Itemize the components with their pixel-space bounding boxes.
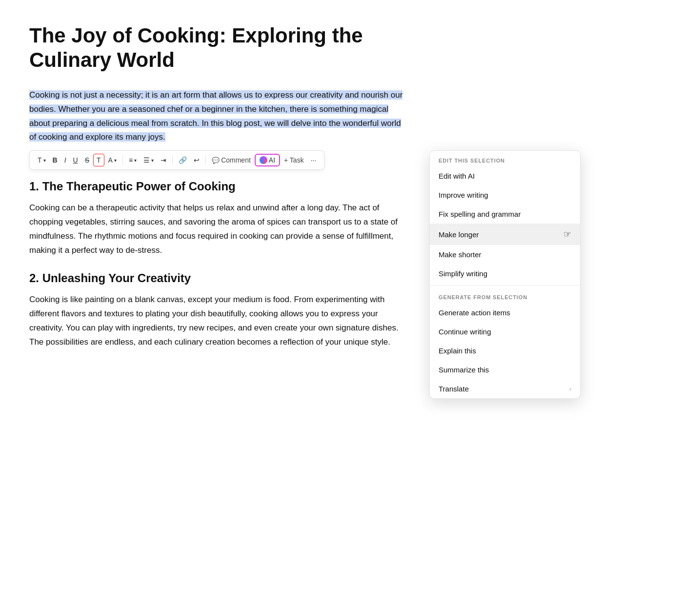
section-2-heading: 2. Unleashing Your Creativity xyxy=(29,271,410,285)
comment-button[interactable]: 💬 Comment xyxy=(209,154,254,166)
ai-dropdown-menu: EDIT THIS SELECTION Edit with AI Improve… xyxy=(429,150,581,399)
link-icon: 🔗 xyxy=(179,156,187,164)
section-1: 1. The Therapeutic Power of Cooking Cook… xyxy=(29,180,410,258)
summarize-this-item[interactable]: Summarize this xyxy=(430,360,580,379)
simplify-writing-item[interactable]: Simplify writing xyxy=(430,264,580,283)
ai-button[interactable]: AI xyxy=(255,154,280,166)
section-1-body: Cooking can be a therapeutic activity th… xyxy=(29,201,410,258)
make-shorter-item[interactable]: Make shorter xyxy=(430,245,580,264)
toolbar-wrapper: T ▾ B I U S T A ▾ ≡ xyxy=(29,150,410,170)
make-longer-item[interactable]: Make longer ☞ xyxy=(430,224,580,245)
edit-with-ai-item[interactable]: Edit with AI xyxy=(430,166,580,185)
selected-text: Cooking is not just a necessity; it is a… xyxy=(29,90,402,142)
ai-icon xyxy=(260,156,267,164)
toolbar-divider-2 xyxy=(172,155,173,165)
dropdown-chevron: ▾ xyxy=(134,158,137,163)
italic-button[interactable]: I xyxy=(61,154,69,166)
text-icon: T xyxy=(38,156,42,164)
toolbar-divider-3 xyxy=(205,155,206,165)
continue-writing-item[interactable]: Continue writing xyxy=(430,322,580,341)
more-options-button[interactable]: ··· xyxy=(308,154,320,166)
task-button[interactable]: + Task xyxy=(281,154,307,166)
generate-section-label: GENERATE FROM SELECTION xyxy=(430,287,580,303)
highlight-button[interactable]: T xyxy=(93,154,104,166)
font-color-button[interactable]: A ▾ xyxy=(105,154,120,166)
text-style-button[interactable]: T ▾ xyxy=(35,154,49,166)
section-2: 2. Unleashing Your Creativity Cooking is… xyxy=(29,271,410,349)
cursor-icon: ☞ xyxy=(563,229,571,240)
undo-button[interactable]: ↩ xyxy=(191,154,202,166)
list-button[interactable]: ☰ ▾ xyxy=(141,154,157,166)
underline-button[interactable]: U xyxy=(70,154,81,166)
edit-section-label: EDIT THIS SELECTION xyxy=(430,151,580,166)
align-button[interactable]: ≡ ▾ xyxy=(126,154,140,166)
intro-paragraph: Cooking is not just a necessity; it is a… xyxy=(29,88,410,145)
link-button[interactable]: 🔗 xyxy=(176,154,190,166)
dropdown-chevron: ▾ xyxy=(114,158,117,163)
translate-chevron: › xyxy=(569,386,571,392)
indent-button[interactable]: ⇥ xyxy=(158,154,169,166)
improve-writing-item[interactable]: Improve writing xyxy=(430,185,580,205)
fix-spelling-grammar-item[interactable]: Fix spelling and grammar xyxy=(430,205,580,224)
editor-area: The Joy of Cooking: Exploring the Culina… xyxy=(0,0,439,386)
generate-action-items-item[interactable]: Generate action items xyxy=(430,303,580,322)
translate-item[interactable]: Translate › xyxy=(430,379,580,398)
document-title: The Joy of Cooking: Exploring the Culina… xyxy=(29,23,410,73)
explain-this-item[interactable]: Explain this xyxy=(430,341,580,360)
section-2-body: Cooking is like painting on a blank canv… xyxy=(29,293,410,349)
formatting-toolbar: T ▾ B I U S T A ▾ ≡ xyxy=(29,150,324,170)
comment-icon: 💬 xyxy=(212,157,220,164)
bold-button[interactable]: B xyxy=(50,154,60,166)
strikethrough-button[interactable]: S xyxy=(82,154,92,166)
dropdown-chevron: ▾ xyxy=(151,158,154,163)
toolbar-divider-1 xyxy=(122,155,123,165)
dropdown-divider xyxy=(430,285,580,286)
undo-icon: ↩ xyxy=(194,156,200,164)
dropdown-chevron: ▾ xyxy=(43,158,46,163)
section-1-heading: 1. The Therapeutic Power of Cooking xyxy=(29,180,410,193)
